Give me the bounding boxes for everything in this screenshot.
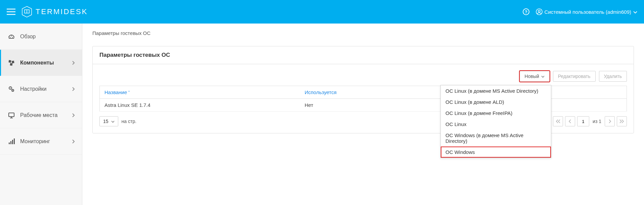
components-icon xyxy=(7,59,16,67)
page-size-label: на стр. xyxy=(122,119,137,124)
pager-current-input[interactable] xyxy=(577,116,589,126)
gears-icon xyxy=(7,85,16,93)
dropdown-item[interactable]: ОС Linux (в домене FreeIPA) xyxy=(441,108,551,119)
chevron-right-icon xyxy=(72,60,75,66)
svg-rect-22 xyxy=(12,140,13,144)
svg-point-6 xyxy=(10,37,11,38)
menu-toggle-button[interactable] xyxy=(7,8,15,15)
pager: из 1 xyxy=(553,116,627,126)
bars-icon xyxy=(7,138,16,145)
page-size-select[interactable]: 15 xyxy=(99,116,118,126)
svg-rect-20 xyxy=(9,142,10,144)
column-header-name[interactable]: Название xyxy=(100,86,300,99)
main-content: Параметры гостевых ОС Параметры гостевых… xyxy=(82,24,644,205)
new-dropdown-menu: ОС Linux (в домене MS Active Directory) … xyxy=(440,85,551,158)
svg-point-16 xyxy=(12,90,13,91)
user-label: Системный пользователь (admin609) xyxy=(545,9,631,15)
svg-point-7 xyxy=(11,35,12,36)
user-menu[interactable]: Системный пользователь (admin609) xyxy=(536,8,637,15)
double-chevron-left-icon xyxy=(556,119,560,123)
chevron-left-icon xyxy=(568,119,572,123)
svg-point-14 xyxy=(10,87,11,88)
cell-name: Astra Linux SE 1.7.4 xyxy=(100,99,300,112)
toolbar: Новый Редактировать Удалить xyxy=(99,71,627,82)
sidebar-item-label: Рабочие места xyxy=(20,112,57,118)
dashboard-icon xyxy=(7,33,16,40)
pager-last-button[interactable] xyxy=(617,116,627,126)
pager-prev-button[interactable] xyxy=(565,116,575,126)
dropdown-item[interactable]: ОС Linux (в домене MS Active Directory) xyxy=(441,85,551,96)
sidebar-item-components[interactable]: Компоненты xyxy=(0,50,82,76)
new-button[interactable]: Новый xyxy=(520,71,550,82)
pager-next-button[interactable] xyxy=(605,116,615,126)
sidebar-item-label: Обзор xyxy=(20,34,36,40)
sidebar-item-overview[interactable]: Обзор xyxy=(0,24,82,50)
sidebar-item-label: Настройки xyxy=(20,86,46,92)
chevron-down-icon xyxy=(633,9,637,15)
delete-button[interactable]: Удалить xyxy=(599,71,627,82)
sidebar-item-settings[interactable]: Настройки xyxy=(0,76,82,102)
dropdown-item[interactable]: ОС Windows xyxy=(441,147,551,158)
chevron-right-icon xyxy=(608,119,611,123)
help-button[interactable]: ? xyxy=(522,8,530,15)
guest-os-panel: Параметры гостевых ОС Новый Редактироват… xyxy=(92,46,634,133)
svg-point-5 xyxy=(538,10,540,12)
pager-of-label: из 1 xyxy=(593,119,601,124)
breadcrumb: Параметры гостевых ОС xyxy=(92,30,634,36)
sidebar-item-workplaces[interactable]: Рабочие места xyxy=(0,102,82,128)
svg-rect-17 xyxy=(9,113,14,117)
dropdown-item[interactable]: ОС Windows (в домене MS Active Directory… xyxy=(441,130,551,147)
app-header: TERMIDESK ? Системный пользователь (admi… xyxy=(0,0,644,24)
chevron-right-icon xyxy=(72,112,75,118)
new-button-label: Новый xyxy=(525,74,539,79)
svg-rect-12 xyxy=(10,63,13,66)
hamburger-icon xyxy=(7,8,15,15)
sidebar-item-label: Компоненты xyxy=(20,60,54,66)
edit-button[interactable]: Редактировать xyxy=(553,71,596,82)
monitor-icon xyxy=(7,112,16,119)
brand-logo[interactable]: TERMIDESK xyxy=(22,6,88,18)
pager-first-button[interactable] xyxy=(553,116,563,126)
panel-title: Параметры гостевых ОС xyxy=(93,46,634,64)
dropdown-item[interactable]: ОС Linux xyxy=(441,119,551,130)
page-size-value: 15 xyxy=(103,119,109,124)
logo-icon xyxy=(22,6,32,18)
chevron-down-icon xyxy=(111,119,115,124)
chevron-right-icon xyxy=(72,86,75,92)
svg-point-8 xyxy=(12,37,13,38)
dropdown-item[interactable]: ОС Linux (в домене ALD) xyxy=(441,96,551,108)
svg-rect-10 xyxy=(8,60,11,63)
svg-rect-21 xyxy=(10,141,11,144)
user-icon xyxy=(536,8,543,15)
sidebar-item-monitoring[interactable]: Мониторинг xyxy=(0,128,82,155)
chevron-right-icon xyxy=(72,138,75,145)
help-icon: ? xyxy=(522,8,530,15)
sidebar-item-label: Мониторинг xyxy=(20,138,50,145)
sidebar: Обзор Компоненты Настройки Рабочие ме xyxy=(0,24,82,205)
svg-rect-11 xyxy=(12,60,14,63)
brand-text: TERMIDESK xyxy=(36,7,88,16)
double-chevron-right-icon xyxy=(619,119,624,123)
chevron-down-icon xyxy=(541,74,545,79)
svg-text:?: ? xyxy=(525,9,527,14)
svg-rect-23 xyxy=(14,138,15,144)
